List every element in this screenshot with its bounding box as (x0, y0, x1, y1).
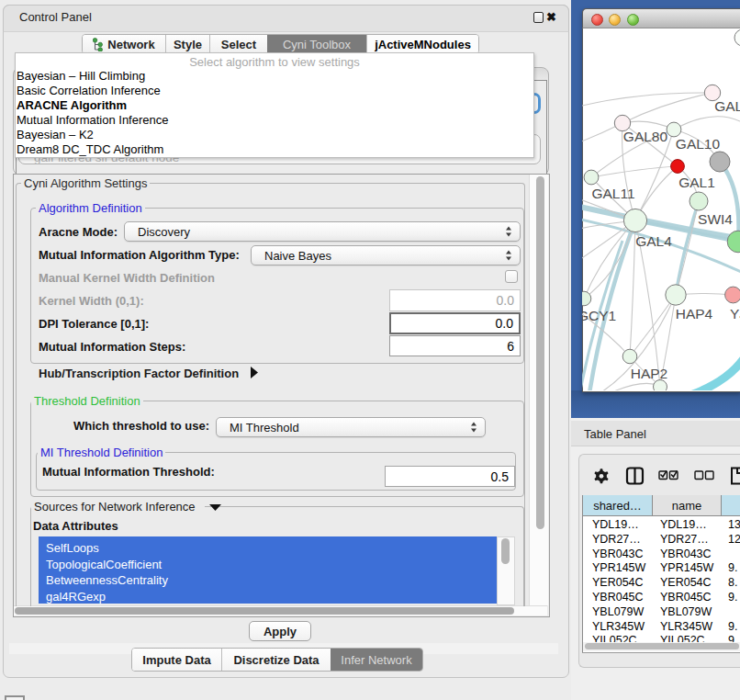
svg-text:GAL7: GAL7 (714, 98, 740, 114)
svg-text:GAL11: GAL11 (591, 186, 634, 201)
svg-text:GCY1: GCY1 (582, 308, 616, 323)
svg-text:HAP4: HAP4 (676, 306, 713, 322)
svg-text:HAP2: HAP2 (631, 366, 668, 381)
svg-text:GAL10: GAL10 (676, 136, 721, 152)
svg-text:SWI4: SWI4 (698, 211, 733, 227)
svg-text:YJ: YJ (730, 306, 740, 322)
svg-text:GAL80: GAL80 (623, 129, 668, 144)
svg-text:GAL1: GAL1 (678, 175, 715, 190)
svg-text:GAL4: GAL4 (635, 233, 672, 249)
